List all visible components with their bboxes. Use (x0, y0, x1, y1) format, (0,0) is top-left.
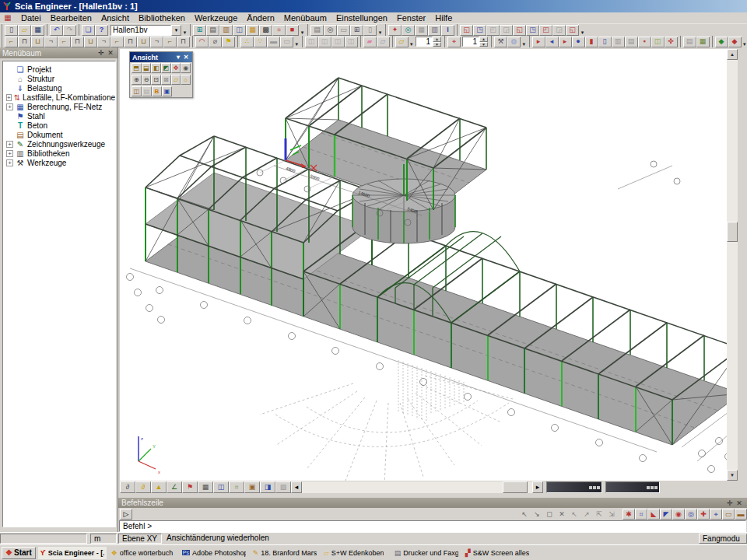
menu-item[interactable]: Datei (16, 12, 46, 23)
tree-expander-icon[interactable] (6, 85, 13, 92)
tree-item-dokument[interactable]: ▤ Dokument (6, 130, 115, 139)
minimized-window[interactable] (546, 481, 602, 493)
toolbar-button[interactable]: ▪ (638, 37, 651, 47)
toolbar-button[interactable]: ◱ (566, 25, 579, 36)
menu-item[interactable]: Einstellungen (331, 12, 392, 23)
toolbar-button[interactable]: ◰ (486, 25, 500, 36)
menu-item[interactable]: Bibliotheken (134, 12, 190, 23)
toolbar-button[interactable]: ◫ (305, 37, 318, 47)
toolbar-button[interactable]: ◎ (402, 25, 415, 36)
toolbar-button[interactable]: ▦ (246, 25, 259, 36)
toolbar-button[interactable]: ◎ (324, 25, 337, 36)
viewport-tool-button[interactable]: ∠ (167, 481, 182, 493)
vertical-scrollbar[interactable]: ▴ ▾ (727, 49, 738, 481)
snap-tool-button[interactable]: ⌖ (710, 509, 722, 520)
toolbar-overflow-icon[interactable]: ▾ (377, 25, 383, 36)
toolbar-button[interactable]: ⊓ (18, 37, 31, 47)
toolbar-button[interactable]: ▱ (377, 37, 390, 47)
toolbar-button[interactable]: ◫ (345, 37, 358, 47)
toolbar-button[interactable]: ▮ (585, 37, 598, 47)
task-sw-screen[interactable]: ▞ S&W Screen alles -... (463, 547, 531, 559)
project-combo-value[interactable]: Hallen1bv (110, 25, 171, 36)
cursor-mode-icon[interactable]: ▷ (120, 509, 132, 520)
project-combo[interactable]: Hallen1bv ▾ (110, 25, 181, 36)
ansicht-palette-header[interactable]: Ansicht ▾ ✕ (130, 52, 192, 62)
menu-item[interactable]: Bearbeiten (46, 12, 96, 23)
toolbar-button[interactable]: ✦ (388, 25, 402, 36)
title-bar[interactable]: Scia Engineer - [Hallen1bv : 1] (0, 0, 747, 12)
toolbar-button[interactable]: ⊞ (350, 25, 363, 36)
command-input[interactable]: Befehl > (119, 520, 746, 532)
tree-item-stahl[interactable]: ⚑ Stahl (6, 111, 115, 121)
toolbar-button[interactable]: ◂ (545, 37, 559, 47)
menu-item[interactable]: Ansicht (96, 12, 134, 23)
palette-button[interactable]: ✥ (171, 63, 181, 73)
selection-tool-button[interactable]: ↖ (568, 509, 580, 520)
toolbar-button[interactable]: ✜ (665, 37, 678, 47)
toolbar-button[interactable]: ⊓ (124, 37, 137, 47)
toolbar-button[interactable]: ◍ (507, 37, 521, 47)
viewport-tool-button[interactable]: ◨ (260, 481, 275, 493)
combo-dropdown-icon[interactable]: ▾ (171, 25, 181, 36)
scroll-down-icon[interactable]: ▾ (727, 470, 738, 481)
load-spinner-value[interactable]: 1 (462, 37, 479, 47)
task-edenkoben[interactable]: ▱ S+W Edenkoben (321, 547, 390, 559)
toolbar-button[interactable]: ▦ (696, 37, 710, 47)
palette-button[interactable]: ⊡ (151, 75, 161, 85)
toolbar-overflow-icon[interactable]: ▾ (294, 37, 300, 47)
tree-item-projekt[interactable]: ❏ Projekt (6, 65, 115, 74)
palette-button[interactable]: ◉ (181, 63, 191, 73)
snap-tool-button[interactable]: ◣ (647, 509, 660, 520)
toolbar-button[interactable]: ◱ (513, 25, 526, 36)
toolbar-overflow-icon[interactable]: ▾ (409, 37, 415, 47)
toolbar-button[interactable]: ▭ (337, 25, 350, 36)
toolbar-button[interactable]: ⊓ (177, 37, 190, 47)
palette-button[interactable]: ⬒ (132, 63, 142, 73)
tree-item-werkzeuge[interactable]: + ⚒ Werkzeuge (6, 158, 115, 167)
menubaum-panel-header[interactable]: Menübaum ✛ ✕ (0, 47, 117, 58)
toolbar-button[interactable]: ▭ (280, 37, 293, 47)
toolbar-button[interactable]: ⌀ (209, 37, 222, 47)
viewport-tool-button[interactable]: ⌗ (229, 481, 244, 493)
toolbar-button[interactable]: ▤ (310, 25, 324, 36)
viewport-tool-button[interactable]: ▦ (198, 481, 213, 493)
selection-tool-button[interactable]: ↗ (580, 509, 593, 520)
toolbar-button[interactable]: ▩ (259, 25, 272, 36)
toolbar-overflow-icon[interactable]: ▾ (521, 37, 527, 47)
palette-button[interactable]: ☼ (181, 75, 191, 85)
toolbar-button[interactable]: ▬ (267, 37, 280, 47)
close-icon[interactable]: ✕ (106, 49, 115, 57)
toolbar-overflow-icon[interactable]: ▾ (182, 25, 188, 36)
toolbar-button[interactable]: ¬ (44, 37, 58, 47)
menu-item[interactable]: Ändern (242, 12, 279, 23)
selection-tool-button[interactable]: ↘ (531, 509, 543, 520)
toolbar-button[interactable]: ∵ (254, 37, 267, 47)
viewport-tool-button[interactable]: ▣ (244, 481, 260, 493)
palette-button[interactable]: B (152, 86, 162, 96)
toolbar-button[interactable]: ⊔ (84, 37, 97, 47)
toolbar-button[interactable]: ▸ (559, 37, 572, 47)
toolbar-button[interactable]: ◫ (651, 37, 665, 47)
toolbar-button[interactable]: ↶ (50, 25, 63, 36)
toolbar-button[interactable]: ▦ (415, 25, 428, 36)
snap-tool-button[interactable]: ✱ (622, 509, 635, 520)
toolbar-button[interactable]: ▯ (5, 25, 18, 36)
menu-item[interactable]: Menübaum (279, 12, 331, 23)
snap-tool-button[interactable]: ◉ (672, 509, 685, 520)
palette-button[interactable]: ◧ (151, 63, 161, 73)
toolbar-button[interactable]: ◆ (715, 37, 728, 47)
viewport-tool-button[interactable]: ∂ (135, 481, 151, 493)
status-plane[interactable]: Ebene XY (118, 534, 162, 544)
toolbar-button[interactable]: ▰ (363, 37, 377, 47)
toolbar-button[interactable]: I (441, 25, 454, 36)
toolbar-button[interactable]: ▤ (625, 37, 638, 47)
spinner-arrows[interactable]: ▲▼ (479, 37, 488, 47)
tree-expander-icon[interactable] (6, 66, 13, 73)
toolbar-button[interactable]: ⌐ (163, 37, 177, 47)
spinner-arrows[interactable]: ▲▼ (433, 37, 441, 47)
toolbar-button[interactable]: ◲ (552, 25, 566, 36)
palette-button[interactable]: ⊖ (142, 75, 152, 85)
toolbar-button[interactable]: ⚑ (222, 37, 235, 47)
snap-tool-button[interactable]: ⌗ (635, 509, 647, 520)
selection-tool-button[interactable]: ◻ (543, 509, 556, 520)
